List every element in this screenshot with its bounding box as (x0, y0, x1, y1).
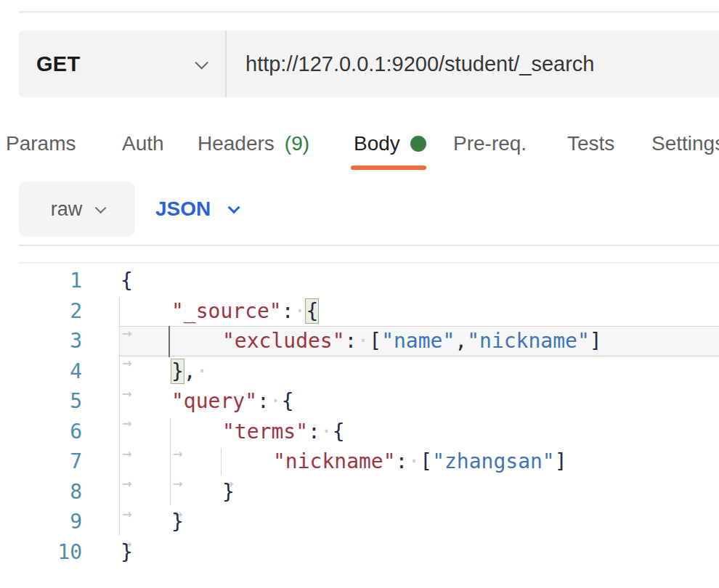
tab-label: Body (354, 132, 400, 155)
token-brace: { (333, 420, 345, 444)
tab-label: Tests (567, 132, 614, 155)
code-line-4[interactable]: 4},· (0, 356, 719, 387)
chevron-down-icon (95, 202, 107, 213)
code-line-7[interactable]: 7"nickname":·["zhangsan"] (0, 446, 719, 477)
token-brace: } (121, 540, 133, 564)
tab-settings[interactable]: Settings (651, 129, 719, 158)
body-code-editor[interactable]: 1{2"_source":·{3"excludes":·["name","nic… (0, 266, 719, 571)
headers-count-badge: (9) (285, 132, 309, 155)
token-brace: { (282, 389, 294, 413)
tab-label: Params (6, 132, 76, 155)
token-pun: ] (590, 329, 602, 353)
body-format-row: raw JSON (0, 181, 719, 238)
code-line-8[interactable]: 8} (0, 477, 719, 507)
top-panel-edge (19, 11, 719, 13)
editor-top-border (19, 262, 719, 264)
line-number: 2 (0, 296, 82, 327)
token-pun: , (455, 329, 467, 353)
tab-auth[interactable]: Auth (122, 129, 164, 158)
token-brace: } (222, 480, 235, 504)
token-brace: { (121, 269, 133, 293)
token-str: "name" (381, 329, 455, 353)
token-key: "query" (171, 389, 257, 413)
space-marker-icon: · (196, 356, 208, 387)
token-pun: : (257, 389, 269, 413)
section-divider (19, 245, 719, 246)
space-marker-icon: · (407, 446, 420, 477)
token-key: "excludes" (222, 329, 345, 353)
token-pun: : (345, 329, 357, 353)
request-tabs: Params Auth Headers (9) Body Pre-req. Te… (0, 129, 719, 171)
token-bracem: { (306, 299, 318, 323)
chevron-down-icon (228, 201, 240, 213)
language-label: JSON (155, 197, 211, 221)
token-pun: [ (369, 329, 381, 353)
request-builder-screen: { "request": { "method": "GET", "url": "… (0, 0, 719, 588)
token-str: "nickname" (467, 329, 590, 353)
code-line-text: } (121, 507, 184, 537)
code-line-text: "nickname":·["zhangsan"] (121, 446, 567, 477)
tab-label: Auth (122, 132, 164, 155)
tab-body[interactable]: Body (354, 129, 426, 158)
space-marker-icon: · (269, 386, 282, 417)
token-key: "nickname" (273, 449, 396, 473)
request-url-bar: GET http://127.0.0.1:9200/student/_searc… (19, 30, 719, 97)
code-line-text: },· (121, 356, 208, 387)
tab-params[interactable]: Params (6, 129, 76, 158)
token-pun: : (308, 420, 320, 444)
line-number: 5 (0, 386, 82, 417)
code-line-text: "_source":·{ (121, 296, 318, 327)
space-marker-icon: · (357, 326, 369, 356)
method-selector[interactable]: GET (19, 30, 225, 97)
tab-pre-request[interactable]: Pre-req. (453, 129, 527, 158)
line-number: 3 (0, 326, 82, 356)
token-key: "_source" (171, 299, 282, 323)
body-format-label: raw (51, 198, 83, 221)
code-line-5[interactable]: 5"query":·{ (0, 386, 719, 417)
url-text: http://127.0.0.1:9200/student/_search (245, 52, 594, 76)
code-line-text: "terms":·{ (121, 417, 345, 447)
token-key: "terms" (222, 420, 308, 444)
token-brace: } (171, 510, 184, 534)
code-line-text: { (121, 266, 133, 296)
tab-tests[interactable]: Tests (567, 129, 614, 158)
line-number: 7 (0, 446, 82, 477)
code-line-2[interactable]: 2"_source":·{ (0, 296, 719, 327)
code-line-text: } (121, 537, 133, 568)
token-pun: , (184, 359, 196, 383)
token-pun: : (282, 299, 294, 323)
code-line-text: "query":·{ (121, 386, 294, 417)
active-tab-indicator (351, 166, 426, 170)
code-line-1[interactable]: 1{ (0, 266, 719, 296)
code-line-6[interactable]: 6"terms":·{ (0, 417, 719, 447)
code-line-text: } (121, 477, 235, 507)
space-marker-icon: · (294, 296, 306, 327)
token-pun: [ (420, 449, 432, 473)
line-number: 6 (0, 417, 82, 447)
tab-label: Settings (651, 132, 719, 155)
tab-label: Pre-req. (453, 132, 527, 155)
tab-headers[interactable]: Headers (9) (198, 129, 309, 158)
url-input[interactable]: http://127.0.0.1:9200/student/_search (227, 30, 719, 97)
line-number: 9 (0, 507, 82, 537)
code-line-text: "excludes":·["name","nickname"] (121, 326, 602, 356)
chevron-down-icon (195, 56, 208, 69)
code-line-10[interactable]: 10} (0, 537, 719, 568)
token-pun: ] (555, 449, 567, 473)
line-number: 1 (0, 266, 82, 296)
body-format-selector[interactable]: raw (19, 181, 135, 237)
indent-guide (119, 298, 120, 536)
line-number: 4 (0, 356, 82, 387)
token-bracem: } (171, 359, 184, 383)
method-label: GET (36, 52, 81, 76)
language-selector[interactable]: JSON (155, 181, 237, 237)
space-marker-icon: · (320, 417, 333, 447)
code-line-3[interactable]: 3"excludes":·["name","nickname"] (0, 326, 719, 356)
tab-label: Headers (198, 132, 275, 155)
token-str: "zhangsan" (432, 449, 555, 473)
body-filled-dot-icon (410, 136, 426, 152)
line-number: 8 (0, 477, 82, 507)
line-number: 10 (0, 537, 82, 568)
token-pun: : (396, 449, 408, 473)
code-line-9[interactable]: 9} (0, 507, 719, 537)
